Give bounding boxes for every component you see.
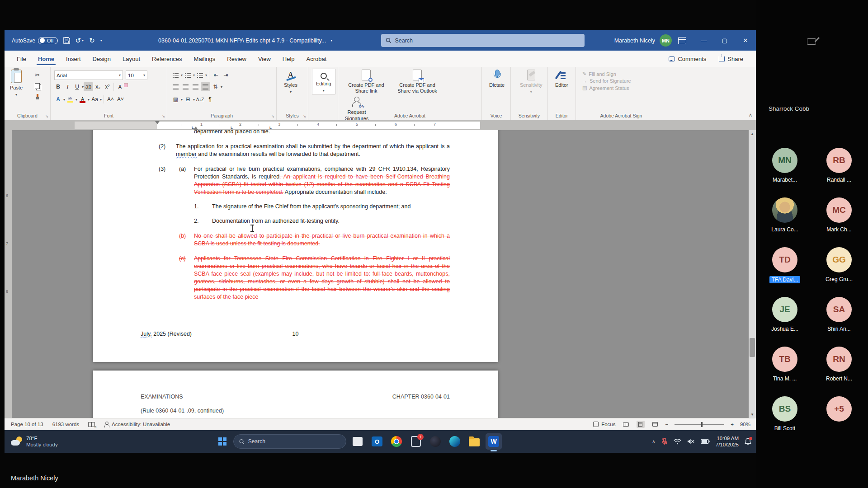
text-effects-button[interactable]: A xyxy=(53,95,63,104)
undo-caret-icon[interactable]: ▾ xyxy=(82,39,84,42)
align-center-button[interactable] xyxy=(181,82,190,91)
document-canvas[interactable]: 678 department and placed on file. (2)Th… xyxy=(5,130,756,418)
zoom-in-button[interactable]: + xyxy=(731,422,734,427)
create-pdf-outlook-button[interactable]: Create PDF and Share via Outlook xyxy=(391,67,443,94)
zoom-level[interactable]: 90% xyxy=(740,422,750,427)
create-pdf-share-link-button[interactable]: Create PDF and Share link xyxy=(343,67,390,94)
participant-tile[interactable]: MNMarabet... xyxy=(758,145,812,195)
participant-tile[interactable]: TDTFA Davi... xyxy=(758,244,812,294)
hidden-icons-chevron[interactable]: ∧ xyxy=(652,439,656,445)
shading-button[interactable]: ▨ xyxy=(171,95,180,104)
change-case-button[interactable]: Aa xyxy=(90,95,99,104)
vertical-ruler[interactable]: 678 xyxy=(5,130,12,418)
clear-formatting-button[interactable]: A xyxy=(115,82,125,91)
decrease-indent-button[interactable]: ⇤ xyxy=(211,70,221,80)
tab-home[interactable]: Home xyxy=(32,52,60,66)
account-name[interactable]: Marabeth Nicely xyxy=(614,38,655,44)
read-mode-button[interactable] xyxy=(622,421,630,428)
participant-tile[interactable]: JEJoshua E... xyxy=(758,294,812,344)
collapse-ribbon-button[interactable]: ∧ xyxy=(749,112,752,118)
line-spacing-button[interactable]: ⇅ xyxy=(211,82,220,91)
word-app-icon[interactable]: W xyxy=(486,433,502,450)
title-caret-icon[interactable]: ▾ xyxy=(330,38,332,42)
document-page-10[interactable]: department and placed on file. (2)The ap… xyxy=(93,130,498,362)
taskbar-search-box[interactable] xyxy=(233,434,346,449)
share-button[interactable]: Share xyxy=(714,53,748,65)
shrink-font-button[interactable]: A˅ xyxy=(116,95,125,104)
redo-button[interactable]: ↻ xyxy=(89,37,95,44)
strikethrough-button[interactable]: ab xyxy=(84,82,93,91)
participant-tile[interactable]: RBRandall ... xyxy=(812,145,866,195)
italic-button[interactable]: I xyxy=(63,82,72,91)
first-line-indent-marker[interactable] xyxy=(155,121,160,127)
focus-mode-button[interactable]: Focus xyxy=(593,422,615,427)
comments-button[interactable]: Comments xyxy=(664,53,711,65)
show-paragraph-marks-button[interactable]: ¶ xyxy=(205,95,215,104)
scrollbar-thumb[interactable] xyxy=(750,338,755,357)
bullets-button[interactable] xyxy=(171,70,180,80)
weather-widget[interactable]: 78°F Mostly cloudy xyxy=(11,435,79,448)
increase-indent-button[interactable]: ⇥ xyxy=(221,70,231,80)
font-dialog-launcher[interactable]: ↘ xyxy=(162,114,165,118)
tab-insert[interactable]: Insert xyxy=(60,52,87,66)
undo-button[interactable]: ↺▾ xyxy=(75,37,84,44)
paste-button[interactable]: Paste▾ xyxy=(7,67,25,97)
notifications-button[interactable] xyxy=(745,438,751,445)
tab-layout[interactable]: Layout xyxy=(117,52,146,66)
borders-button[interactable]: ⊞ xyxy=(183,95,193,104)
autosave-toggle[interactable]: AutoSave Off xyxy=(12,37,58,44)
tab-view[interactable]: View xyxy=(252,52,277,66)
hanging-indent-marker[interactable] xyxy=(193,124,198,130)
taskbar-search-input[interactable] xyxy=(248,438,340,445)
align-left-button[interactable] xyxy=(171,82,180,91)
chrome-icon[interactable] xyxy=(388,433,405,450)
format-painter-button[interactable] xyxy=(33,92,42,101)
wifi-icon[interactable] xyxy=(674,438,681,445)
copy-button[interactable] xyxy=(33,81,42,90)
battery-icon[interactable] xyxy=(701,439,710,444)
ribbon-display-options-icon[interactable] xyxy=(678,37,686,44)
page-indicator[interactable]: Page 10 of 13 xyxy=(11,422,43,427)
participant-tile[interactable]: BSBill Scott xyxy=(758,394,812,443)
tab-references[interactable]: References xyxy=(146,52,188,66)
scroll-down-icon[interactable]: ▼ xyxy=(749,411,756,418)
tab-design[interactable]: Design xyxy=(87,52,117,66)
proofing-errors-icon[interactable] xyxy=(88,422,95,427)
highlight-color-button[interactable] xyxy=(66,95,75,104)
zoom-out-button[interactable]: − xyxy=(665,422,669,427)
app-window-icon[interactable] xyxy=(349,433,366,450)
editing-button[interactable]: Editing▾ xyxy=(312,69,335,94)
close-button[interactable]: ✕ xyxy=(735,30,756,51)
editor-button[interactable]: Editor xyxy=(552,67,571,88)
word-count[interactable]: 6193 words xyxy=(52,422,79,427)
scroll-up-icon[interactable]: ▲ xyxy=(749,130,756,137)
file-explorer-icon[interactable] xyxy=(466,433,482,450)
start-button[interactable] xyxy=(215,434,230,449)
sort-button[interactable]: A↓Z xyxy=(195,95,205,104)
search-input[interactable] xyxy=(395,38,580,44)
zoom-slider[interactable] xyxy=(675,424,724,425)
paragraph-dialog-launcher[interactable]: ↘ xyxy=(271,114,274,118)
justify-button[interactable] xyxy=(201,82,210,91)
web-layout-button[interactable] xyxy=(651,421,659,428)
mic-muted-icon[interactable] xyxy=(661,438,668,445)
font-size-combo[interactable]: 10▾ xyxy=(126,70,147,80)
underline-button[interactable]: U xyxy=(72,82,82,91)
account-avatar[interactable]: MN xyxy=(660,34,672,47)
accessibility-checker[interactable]: Accessibility: Unavailable xyxy=(104,422,170,427)
phone-link-icon[interactable]: 1 xyxy=(408,433,424,450)
tab-acrobat[interactable]: Acrobat xyxy=(301,52,333,66)
tab-mailings[interactable]: Mailings xyxy=(188,52,222,66)
tab-file[interactable]: File xyxy=(11,52,32,66)
print-layout-button[interactable] xyxy=(637,421,645,428)
clipboard-dialog-launcher[interactable]: ↘ xyxy=(45,114,48,118)
tab-help[interactable]: Help xyxy=(277,52,301,66)
document-title[interactable]: 0360-04-01.20250701 MKN NFPA Edits chpt … xyxy=(158,30,332,51)
vertical-scrollbar[interactable]: ▲ ▼ xyxy=(749,130,756,418)
multilevel-list-button[interactable] xyxy=(195,70,205,80)
participant-tile[interactable]: MCMark Ch... xyxy=(812,195,866,244)
speaker-muted-icon[interactable] xyxy=(687,438,695,445)
zoom-slider-thumb[interactable] xyxy=(701,422,703,427)
align-right-button[interactable] xyxy=(191,82,200,91)
outlook-icon[interactable]: O xyxy=(369,433,385,450)
